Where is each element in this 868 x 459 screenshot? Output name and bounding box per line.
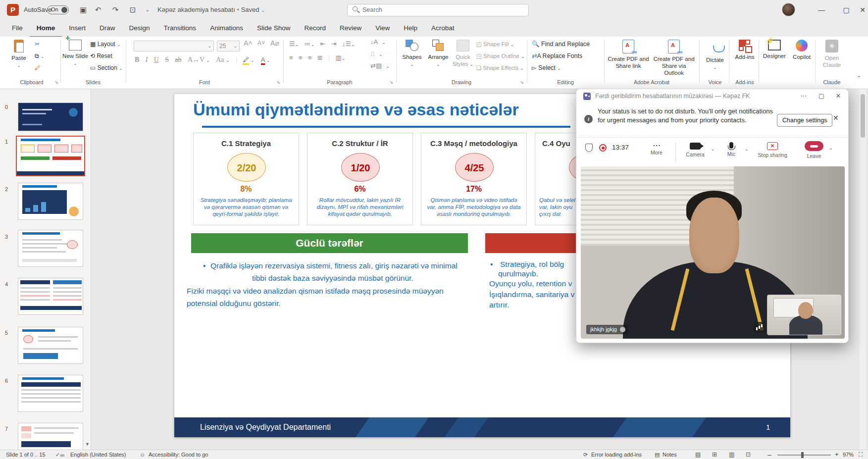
tab-file[interactable]: File (5, 20, 30, 36)
font-name-combo[interactable]: ⌄ (134, 41, 214, 51)
weaknesses-line-5[interactable]: artırır. (489, 301, 509, 309)
paste-button[interactable]: Paste⌄ (8, 40, 30, 69)
strikethrough-icon[interactable]: S (165, 56, 169, 63)
weaknesses-line-4[interactable]: İşıqlandırma, sanitariya v (489, 290, 574, 299)
shapes-button[interactable]: Shapes⌄ (400, 40, 424, 68)
justify-icon[interactable]: ≣ (317, 54, 323, 61)
slide-thumbnail-4[interactable] (18, 278, 83, 315)
mic-chevron-icon[interactable]: ⌄ (745, 147, 749, 152)
slide-sorter-view-icon[interactable]: ⊞ (712, 450, 717, 459)
slide-thumbnail-0[interactable] (18, 102, 83, 131)
copy-button[interactable]: ⧉ ⌄ (35, 51, 44, 61)
slide-footer-bar[interactable]: Lisenziya və Qeydiyyat Departamenti 1 (174, 417, 790, 437)
addins-button[interactable]: Add-ins (732, 40, 758, 60)
zoom-in-icon[interactable]: + (835, 450, 839, 459)
zoom-slider-track[interactable] (777, 455, 831, 456)
align-left-icon[interactable]: ≡ (289, 54, 293, 61)
create-pdf-share-outlook-button[interactable]: Create PDF and Share via Outlook (652, 40, 696, 76)
scrollbar-thumb[interactable] (861, 94, 865, 138)
convert-smartart-icon[interactable]: ⇄▤⌄ (370, 60, 390, 71)
highlight-color-icon[interactable]: 🖉 (243, 56, 249, 65)
minimize-button[interactable]: — (811, 0, 832, 20)
score-card-struktur[interactable]: C.2 Struktur / İR 1/20 6% Rollar mövcudd… (307, 133, 413, 225)
slide-thumbnail-3[interactable] (18, 230, 83, 267)
slide-thumbnail-2[interactable] (18, 183, 83, 220)
stop-sharing-button[interactable]: ✕ Stop sharing (755, 142, 790, 156)
strengths-banner[interactable]: Güclü tərəflər (191, 233, 468, 253)
bullets-icon[interactable]: ☰⌄ (289, 40, 299, 48)
leave-button[interactable]: Leave (802, 141, 826, 157)
teams-maximize-icon[interactable]: ▢ (813, 89, 830, 103)
notification-close-icon[interactable]: ✕ (833, 114, 839, 122)
quick-styles-button[interactable]: Quick Styles ⌄ (452, 40, 474, 68)
tab-transitions[interactable]: Transitions (157, 20, 204, 36)
drawing-dialog-launcher-icon[interactable]: ⇘ (520, 80, 524, 85)
accessibility-icon[interactable]: ☺ (140, 450, 145, 459)
strengths-line-3[interactable]: Fiziki məşqçi və video analizdən qismən … (187, 287, 444, 296)
decrease-font-icon[interactable]: A˅ (257, 38, 265, 49)
strengths-line-2[interactable]: tibbi dəstək baza səviyyəsində müsbət gö… (252, 274, 413, 283)
reading-view-icon[interactable]: ▥ (729, 450, 734, 459)
tab-review[interactable]: Review (333, 20, 368, 36)
normal-view-icon[interactable]: ▤ (695, 450, 701, 459)
format-painter-button[interactable]: 🖉 (35, 62, 41, 73)
shadow-icon[interactable]: ab (175, 56, 181, 63)
redo-icon[interactable]: ↷ (109, 4, 122, 16)
tab-design[interactable]: Design (122, 20, 157, 36)
zoom-out-icon[interactable]: – (767, 450, 771, 459)
document-title[interactable]: Kəpəz akademiya hesabatı • Saved ⌄ (157, 0, 265, 20)
mic-button[interactable]: Mic (720, 142, 743, 154)
notes-toggle[interactable]: Notes (663, 450, 677, 459)
open-claude-button[interactable]: ✳ Open Claude (819, 40, 845, 68)
fit-to-window-icon[interactable]: ⛶ (859, 450, 863, 459)
zoom-slider-thumb[interactable] (801, 452, 804, 458)
reset-button[interactable]: ⟲ Reset (90, 51, 112, 61)
tab-draw[interactable]: Draw (93, 20, 122, 36)
search-input[interactable]: Search (347, 4, 529, 16)
arrange-button[interactable]: Arrange⌄ (426, 40, 451, 68)
tab-help[interactable]: Help (397, 20, 424, 36)
clipboard-dialog-launcher-icon[interactable]: ⇘ (54, 80, 58, 85)
collapse-ribbon-icon[interactable]: ⌄ (857, 72, 861, 79)
camera-button[interactable]: Camera (683, 143, 708, 155)
strengths-line-1[interactable]: Qrafiklə işləyən rezervasiya sistemi, fi… (210, 261, 458, 270)
slide-thumbnail-7[interactable] (18, 423, 83, 450)
create-pdf-share-link-button[interactable]: Create PDF and Share link (607, 40, 650, 69)
font-dialog-launcher-icon[interactable]: ⇘ (276, 80, 280, 85)
text-direction-icon[interactable]: ↓A⌄ (370, 37, 386, 48)
section-button[interactable]: ▭ Section ⌄ (90, 62, 123, 73)
align-center-icon[interactable]: ≡ (299, 54, 303, 61)
change-case-icon[interactable]: Aa ⌄ (216, 56, 229, 63)
slide-thumbnail-5[interactable] (18, 327, 83, 364)
italic-icon[interactable]: I (146, 56, 148, 63)
slideshow-view-icon[interactable]: ⊡ (746, 450, 751, 459)
thumbnail-scroll-down-icon[interactable]: ▼ (85, 442, 90, 447)
score-card-mesq[interactable]: C.3 Məşq / metodologiya 4/25 17% Qismən … (421, 133, 527, 225)
accessibility-status[interactable]: Accessibility: Good to go (149, 450, 208, 459)
close-button[interactable]: ✕ (857, 0, 868, 20)
score-card-strategiya[interactable]: C.1 Strategiya 2/20 8% Strategiya sənədl… (193, 133, 299, 225)
line-spacing-icon[interactable]: ↕☰⌄ (342, 40, 355, 48)
weaknesses-line-3[interactable]: Oyunçu yolu, retention v (489, 279, 572, 288)
increase-font-icon[interactable]: A˄ (244, 38, 253, 49)
select-button[interactable]: ▻ Select ⌄ (532, 62, 561, 73)
start-slideshow-icon[interactable]: ⊡ (126, 4, 139, 16)
tab-view[interactable]: View (368, 20, 397, 36)
font-size-combo[interactable]: 25⌄ (217, 41, 240, 51)
notes-icon[interactable]: ▤ (655, 450, 660, 459)
layout-button[interactable]: ▦ Layout ⌄ (90, 39, 121, 50)
addin-error-icon[interactable]: ⟳ (583, 450, 588, 459)
dictate-button[interactable]: Dictate⌄ (702, 40, 728, 71)
spell-check-icon[interactable]: ✓ab (55, 450, 64, 459)
tab-acrobat[interactable]: Acrobat (424, 20, 461, 36)
columns-icon[interactable]: ▥⌄ (336, 54, 346, 61)
tab-animations[interactable]: Animations (203, 20, 250, 36)
new-slide-button[interactable]: New Slide ⌄ (62, 40, 88, 67)
teams-close-icon[interactable]: ✕ (829, 89, 847, 103)
character-spacing-icon[interactable]: A↔V ⌄ (188, 56, 210, 63)
shape-fill-button[interactable]: ◰ Shape Fill ⌄ (476, 39, 514, 50)
replace-fonts-button[interactable]: ⇄A Replace Fonts (532, 51, 582, 61)
powerpoint-app-icon[interactable]: P (7, 4, 19, 16)
paragraph-dialog-launcher-icon[interactable]: ⇘ (389, 80, 393, 85)
slide-thumbnail-1-selected[interactable] (16, 136, 85, 176)
